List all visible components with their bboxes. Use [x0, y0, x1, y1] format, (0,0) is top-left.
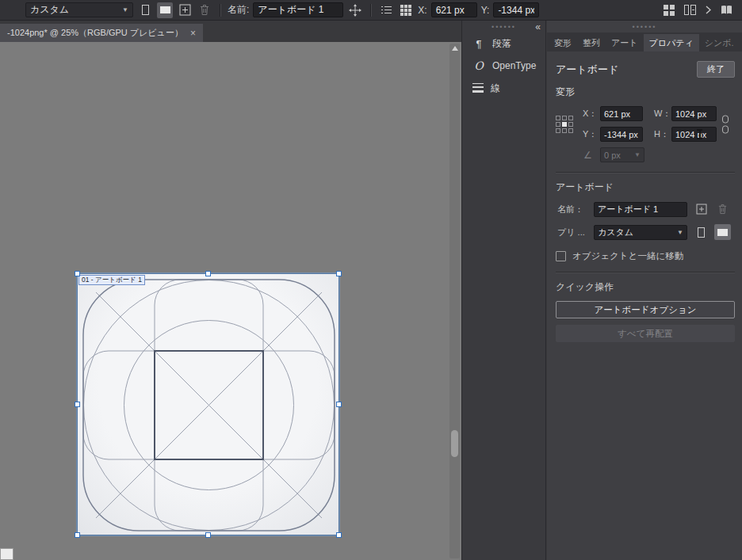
- link-dimensions-icon[interactable]: [721, 115, 730, 134]
- move-with-artwork-row: オブジェクトと一緒に移動: [556, 250, 735, 262]
- collapse-panels-icon[interactable]: «: [535, 21, 541, 32]
- artboard-label[interactable]: 01 - アートボード 1: [78, 275, 145, 285]
- artboard-name-input[interactable]: [253, 2, 343, 17]
- panel-tab-paragraph[interactable]: ¶ 段落: [462, 32, 545, 55]
- selection-handle[interactable]: [205, 271, 211, 276]
- rearrange-all-button[interactable]: すべて再配置: [556, 325, 735, 342]
- chevron-down-icon: ▼: [677, 229, 683, 236]
- panel-preset-dropdown[interactable]: カスタム ▼: [594, 225, 687, 240]
- transform-y-input[interactable]: [600, 127, 643, 142]
- document-region: -1024png* @ 25%（RGB/GPU プレビュー） ×: [0, 21, 461, 560]
- delete-artboard-button[interactable]: [714, 201, 731, 217]
- plus-square-icon: [696, 204, 707, 215]
- scroll-up-arrow-icon[interactable]: [452, 46, 458, 51]
- transform-x-input[interactable]: [600, 106, 643, 121]
- tab-artboards[interactable]: アート: [606, 34, 644, 51]
- document-tab[interactable]: -1024png* @ 25%（RGB/GPU プレビュー） ×: [0, 24, 203, 42]
- library-book-icon[interactable]: [721, 5, 732, 15]
- document-tab-bar: -1024png* @ 25%（RGB/GPU プレビュー） ×: [0, 21, 461, 42]
- transform-section: X： W： Y： H： ∠ 0 px ▼: [556, 106, 735, 162]
- selection-handle[interactable]: [336, 271, 342, 276]
- artboard[interactable]: 01 - アートボード 1: [77, 273, 339, 535]
- tab-properties[interactable]: プロパティ: [644, 34, 699, 51]
- angle-value: 0 px: [604, 150, 621, 160]
- x-label: X：: [581, 108, 600, 120]
- landscape-orientation-button[interactable]: [714, 224, 731, 240]
- panel-tab-bar: 変形 整列 アート プロパティ シンボ.: [547, 32, 742, 51]
- y-coordinate-input[interactable]: [493, 2, 539, 17]
- selection-handle[interactable]: [75, 402, 80, 407]
- panel-header: アートボード 終了: [556, 61, 735, 78]
- panel-strip-header: •••••• «: [462, 21, 545, 32]
- panel-tab-opentype[interactable]: O OpenType: [462, 55, 545, 77]
- landscape-orientation-button[interactable]: [157, 2, 173, 18]
- rearrange-artboards-button[interactable]: [398, 2, 414, 18]
- panel-dock-icon[interactable]: [684, 5, 696, 15]
- document-tab-title: -1024png* @ 25%（RGB/GPU プレビュー）: [7, 27, 183, 39]
- panel-dock-strip: •••••• « ¶ 段落 O OpenType 線: [461, 21, 546, 560]
- tab-align[interactable]: 整列: [577, 34, 606, 51]
- properties-panel: •••••• 変形 整列 アート プロパティ シンボ. アートボード 終了 変形…: [547, 21, 742, 560]
- divider: [556, 272, 735, 272]
- delete-artboard-button[interactable]: [197, 2, 212, 18]
- artboard-options-button[interactable]: アートボードオプション: [556, 301, 735, 318]
- artboard-section: 名前： プリ ... カスタム ▼: [556, 201, 735, 240]
- separator: [220, 4, 220, 17]
- y-label: Y:: [481, 5, 490, 16]
- reference-point-selector[interactable]: [556, 116, 573, 133]
- panel-title: アートボード: [556, 63, 618, 77]
- move-with-artwork-button[interactable]: [347, 2, 363, 18]
- vertical-scrollbar[interactable]: [449, 44, 460, 558]
- angle-icon: ∠: [581, 150, 600, 161]
- portrait-icon: [698, 227, 705, 238]
- x-coordinate-input[interactable]: [431, 2, 477, 17]
- scroll-corner: [0, 548, 13, 560]
- selection-handle[interactable]: [336, 532, 342, 538]
- portrait-icon: [142, 5, 149, 15]
- panel-artboard-name-input[interactable]: [594, 202, 687, 217]
- canvas[interactable]: 01 - アートボード 1: [0, 42, 461, 560]
- close-tab-icon[interactable]: ×: [190, 28, 196, 39]
- new-artboard-button[interactable]: [177, 2, 193, 18]
- tab-symbols[interactable]: シンボ.: [699, 34, 740, 51]
- selection-handle[interactable]: [336, 402, 342, 407]
- panel-tab-label: 線: [491, 82, 500, 95]
- selection-handle[interactable]: [75, 271, 80, 276]
- trash-icon: [199, 4, 210, 16]
- w-label: W：: [652, 108, 671, 120]
- portrait-orientation-button[interactable]: [693, 224, 709, 240]
- list-icon: [381, 5, 392, 15]
- transform-h-input[interactable]: [671, 127, 717, 142]
- preset-label: プリ ...: [556, 227, 594, 238]
- move-arrows-icon: [349, 4, 361, 17]
- ios-icon-grid-artwork: [78, 274, 340, 536]
- move-with-artwork-checkbox[interactable]: [556, 251, 566, 261]
- chevron-right-icon[interactable]: [706, 6, 711, 14]
- artboard-section-title: アートボード: [556, 181, 735, 194]
- exit-artboard-mode-button[interactable]: 終了: [697, 61, 735, 78]
- selection-handle[interactable]: [75, 532, 80, 538]
- divider: [556, 172, 735, 173]
- artboard-options-button[interactable]: [378, 2, 394, 18]
- selection-handle[interactable]: [205, 532, 211, 538]
- artboard-name-label: 名前：: [556, 204, 594, 215]
- chevron-down-icon: ▼: [122, 6, 128, 13]
- x-label: X:: [418, 5, 426, 16]
- workspace-controls: [664, 5, 736, 16]
- panel-tab-stroke[interactable]: 線: [462, 77, 545, 99]
- artboard-preset-dropdown[interactable]: カスタム ▼: [25, 2, 133, 17]
- portrait-orientation-button[interactable]: [137, 2, 153, 18]
- new-artboard-button[interactable]: [693, 201, 709, 217]
- drag-gripper-icon[interactable]: ••••••: [491, 23, 516, 31]
- separator: [370, 4, 371, 17]
- transform-w-input[interactable]: [671, 106, 717, 121]
- panel-strip-header: ••••••: [547, 21, 742, 32]
- arrange-documents-icon[interactable]: [664, 5, 675, 16]
- quick-actions-title: クイック操作: [556, 280, 735, 294]
- illustrator-window: カスタム ▼ 名前: X: Y:: [0, 0, 742, 560]
- scrollbar-thumb[interactable]: [451, 430, 458, 457]
- control-bar: カスタム ▼ 名前: X: Y:: [0, 0, 742, 21]
- panel-tab-label: OpenType: [492, 60, 536, 71]
- tab-transform[interactable]: 変形: [549, 34, 577, 51]
- drag-gripper-icon[interactable]: ••••••: [633, 23, 657, 31]
